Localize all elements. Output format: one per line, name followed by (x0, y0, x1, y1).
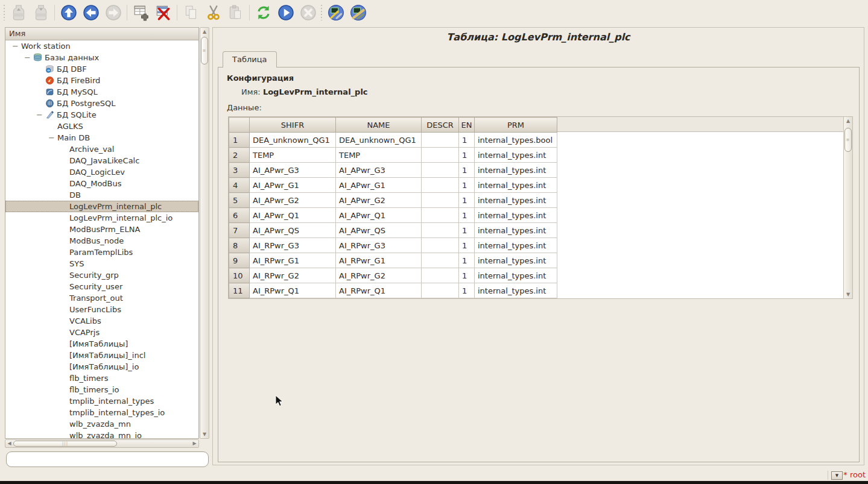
tree-item-aglks[interactable]: AGLKS (5, 121, 198, 132)
tree-item-dbf[interactable]: БД DBF (5, 63, 198, 75)
tree-item-daq-javalikecalc[interactable]: DAQ_JavaLikeCalc (5, 155, 198, 166)
tree-item-mysql[interactable]: БД MySQL (5, 86, 198, 98)
table-cell[interactable] (422, 253, 459, 268)
row-number[interactable]: 2 (229, 148, 250, 163)
table-cell[interactable]: TEMP (250, 148, 336, 163)
tree-item-loglevprm-internal-plc-io[interactable]: LogLevPrm_internal_plc_io (5, 212, 198, 224)
table-cell[interactable]: 1 (459, 268, 475, 283)
tree-item-loglevprm-internal-plc[interactable]: LogLevPrm_internal_plc (5, 201, 198, 212)
table-cell[interactable]: AI_RPwr_G3 (250, 238, 336, 253)
scrollbar-thumb[interactable]: ≡ (201, 37, 208, 64)
table-cell[interactable]: AI_APwr_G2 (336, 193, 422, 208)
table-cell[interactable]: 1 (459, 223, 475, 238)
table-cell[interactable]: 1 (459, 163, 475, 178)
vca-dev-button[interactable] (325, 2, 347, 24)
tab-table[interactable]: Таблица (223, 51, 277, 68)
table-cell[interactable]: internal_types.int (475, 238, 557, 253)
row-number[interactable]: 5 (229, 193, 250, 208)
table-cell[interactable]: 1 (459, 133, 475, 148)
row-number[interactable]: 11 (229, 283, 250, 298)
table-cell[interactable]: internal_types.bool (475, 133, 557, 148)
row-number[interactable]: 8 (229, 238, 250, 253)
table-cell[interactable]: internal_types.int (475, 178, 557, 193)
table-cell[interactable]: AI_APwr_G1 (336, 178, 422, 193)
table-cell[interactable]: AI_RPwr_G1 (250, 253, 336, 268)
tree-item-tmplib-internal-types[interactable]: tmplib_internal_types (5, 395, 198, 407)
table-cell[interactable]: AI_APwr_G2 (250, 193, 336, 208)
row-number[interactable]: 6 (229, 208, 250, 223)
table-cell[interactable]: AI_RPwr_G1 (336, 253, 422, 268)
tree-item-paramtempllibs[interactable]: ParamTemplLibs (5, 247, 198, 258)
tree-header[interactable]: Имя (5, 27, 199, 40)
table-cell[interactable]: internal_types.int (475, 253, 557, 268)
scroll-left-arrow-icon[interactable]: ◀ (5, 440, 13, 447)
row-number[interactable]: 4 (229, 178, 250, 193)
tree-item-modbusprm-elna[interactable]: ModBusPrm_ELNA (5, 224, 198, 235)
tree-item-modbus-node[interactable]: ModBus_node (5, 235, 198, 247)
table-cell[interactable]: internal_types.int (475, 148, 557, 163)
collapse-expander-icon[interactable]: − (48, 132, 57, 143)
table-cell[interactable]: DEA_unknown_QG1 (250, 133, 336, 148)
vca-run-button[interactable] (347, 2, 369, 24)
tree-item-security-user[interactable]: Security_user (5, 281, 198, 292)
table-cell[interactable] (422, 238, 459, 253)
table-cell[interactable]: internal_types.int (475, 163, 557, 178)
table-cell[interactable] (422, 148, 459, 163)
tree-item-daq-logiclev[interactable]: DAQ_LogicLev (5, 166, 198, 178)
column-header-NAME[interactable]: NAME (336, 118, 422, 133)
table-cell[interactable]: 1 (459, 208, 475, 223)
tree-item-db[interactable]: DB (5, 189, 198, 201)
table-cell[interactable] (422, 133, 459, 148)
start-button[interactable] (274, 2, 297, 24)
tree-item-postgresql[interactable]: БД PostgreSQL (5, 98, 198, 109)
scroll-up-arrow-icon[interactable]: ▲ (844, 117, 852, 125)
tree-item-daq-modbus[interactable]: DAQ_ModBus (5, 178, 198, 189)
tree-item-transport-out[interactable]: Transport_out (5, 292, 198, 304)
table-cell[interactable]: AI_APwr_QS (336, 223, 422, 238)
table-cell[interactable]: AI_APwr_G3 (250, 163, 336, 178)
table-cell[interactable]: 1 (459, 253, 475, 268)
table-cell[interactable] (422, 163, 459, 178)
tree-search-input[interactable] (6, 451, 209, 467)
table-cell[interactable]: AI_RPwr_Q1 (336, 283, 422, 298)
tree-item-sqlite[interactable]: −БД SQLite (5, 109, 198, 121)
scroll-right-arrow-icon[interactable]: ▶ (191, 440, 198, 447)
table-cell[interactable] (422, 193, 459, 208)
tree-item-archive-val[interactable]: Archive_val (5, 143, 198, 155)
column-header-SHIFR[interactable]: SHIFR (250, 118, 336, 133)
tree-item-flb-timers[interactable]: flb_timers (5, 372, 198, 384)
table-cell[interactable]: AI_APwr_Q1 (336, 208, 422, 223)
table-cell[interactable] (422, 223, 459, 238)
table-cell[interactable]: AI_APwr_Q1 (250, 208, 336, 223)
tree-item-main-db[interactable]: −Main DB (5, 132, 198, 143)
row-number[interactable]: 10 (229, 268, 250, 283)
row-number[interactable]: 9 (229, 253, 250, 268)
table-cell[interactable]: AI_RPwr_G3 (336, 238, 422, 253)
scroll-down-arrow-icon[interactable]: ▼ (844, 291, 852, 298)
row-number[interactable]: 1 (229, 133, 250, 148)
table-cell[interactable]: TEMP (336, 148, 422, 163)
tree-vertical-scrollbar[interactable]: ▲ ≡ ▼ (200, 27, 209, 439)
collapse-expander-icon[interactable]: − (12, 40, 21, 52)
table-vertical-scrollbar[interactable]: ▲ ≡ ▼ (843, 117, 852, 298)
tree-item-tmplib-internal-types-io[interactable]: tmplib_internal_types_io (5, 407, 198, 418)
current-user[interactable]: * root (843, 470, 866, 479)
table-cell[interactable]: 1 (459, 238, 475, 253)
table-cell[interactable]: internal_types.int (475, 208, 557, 223)
tree-item-flb-timers-io[interactable]: flb_timers_io (5, 384, 198, 395)
table-cell[interactable]: internal_types.int (475, 268, 557, 283)
user-dropdown-button[interactable]: ▼ (831, 471, 843, 480)
column-header-PRM[interactable]: PRM (475, 118, 557, 133)
back-button[interactable] (80, 2, 102, 24)
scroll-up-arrow-icon[interactable]: ▲ (200, 28, 209, 36)
table-cell[interactable] (422, 283, 459, 298)
table-cell[interactable] (422, 208, 459, 223)
table-cell[interactable]: AI_APwr_G1 (250, 178, 336, 193)
column-header-DESCR[interactable]: DESCR (422, 118, 459, 133)
tree-item-node-1[interactable]: −Базы данных (5, 52, 198, 63)
tree-item-sys[interactable]: SYS (5, 258, 198, 269)
collapse-expander-icon[interactable]: − (36, 109, 45, 121)
scrollbar-thumb[interactable]: ||| (13, 441, 117, 447)
tree-item-incl[interactable]: [ИмяТаблицы]_incl (5, 350, 198, 361)
refresh-button[interactable] (252, 2, 274, 24)
